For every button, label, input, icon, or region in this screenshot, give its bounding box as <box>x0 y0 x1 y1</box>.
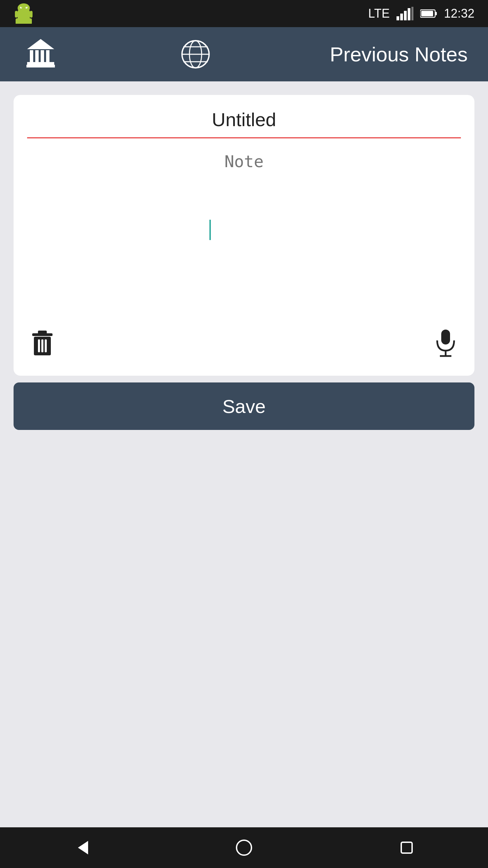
home-button[interactable] <box>227 831 261 865</box>
mic-icon <box>434 328 458 359</box>
bottom-nav <box>0 827 488 868</box>
trash-icon <box>30 330 54 357</box>
note-card <box>14 95 474 376</box>
svg-rect-34 <box>45 339 47 352</box>
status-bar-left <box>14 3 34 24</box>
status-bar-right: LTE 12:32 <box>368 6 474 21</box>
svg-rect-2 <box>15 11 18 18</box>
svg-rect-20 <box>41 50 44 62</box>
svg-rect-18 <box>30 50 33 62</box>
note-body-input[interactable] <box>27 145 461 315</box>
previous-notes-title: Previous Notes <box>330 43 468 66</box>
mic-button[interactable] <box>430 325 461 362</box>
svg-rect-10 <box>400 14 403 20</box>
svg-rect-9 <box>396 16 399 20</box>
save-button[interactable]: Save <box>14 382 474 430</box>
text-cursor <box>209 220 211 240</box>
main-content: Save <box>0 81 488 827</box>
time-display: 12:32 <box>444 6 474 21</box>
globe-icon <box>179 37 212 71</box>
svg-rect-33 <box>41 339 43 352</box>
signal-icon <box>396 7 413 20</box>
android-icon <box>14 3 34 24</box>
svg-rect-35 <box>441 330 450 344</box>
svg-rect-21 <box>46 50 49 62</box>
svg-rect-23 <box>26 65 55 67</box>
svg-rect-16 <box>421 11 433 16</box>
recent-icon <box>396 837 417 858</box>
svg-rect-15 <box>435 12 437 15</box>
svg-point-39 <box>237 840 251 855</box>
back-icon <box>71 837 92 858</box>
globe-button[interactable] <box>175 34 216 75</box>
svg-marker-38 <box>78 841 88 854</box>
battery-icon <box>420 8 437 19</box>
note-body-area <box>27 145 461 315</box>
svg-rect-32 <box>38 339 40 352</box>
status-bar: LTE 12:32 <box>0 0 488 27</box>
svg-rect-4 <box>16 18 32 24</box>
svg-rect-1 <box>18 10 30 20</box>
svg-rect-22 <box>27 62 54 65</box>
nav-bar: Previous Notes <box>0 27 488 81</box>
network-label: LTE <box>368 6 390 21</box>
svg-rect-19 <box>35 50 39 62</box>
save-label: Save <box>222 395 266 417</box>
note-actions <box>27 318 461 362</box>
svg-rect-11 <box>404 11 407 20</box>
back-button[interactable] <box>64 831 98 865</box>
svg-rect-12 <box>408 8 410 20</box>
svg-rect-3 <box>30 11 33 18</box>
svg-rect-13 <box>411 7 413 20</box>
bank-button[interactable] <box>20 34 61 75</box>
svg-rect-30 <box>38 331 47 334</box>
svg-rect-40 <box>401 842 412 853</box>
bank-icon <box>24 37 58 71</box>
home-icon <box>234 837 254 858</box>
recent-apps-button[interactable] <box>390 831 424 865</box>
delete-note-button[interactable] <box>27 327 58 360</box>
note-title-input[interactable] <box>27 108 461 138</box>
svg-marker-17 <box>27 39 54 49</box>
